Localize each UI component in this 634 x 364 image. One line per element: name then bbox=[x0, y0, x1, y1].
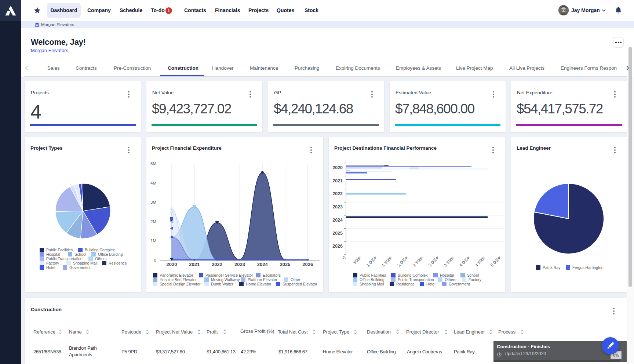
svg-text:2022: 2022 bbox=[212, 262, 222, 267]
svg-text:2M: 2M bbox=[150, 219, 156, 224]
svg-text:4M: 4M bbox=[150, 181, 156, 185]
svg-text:2022: 2022 bbox=[332, 191, 343, 196]
svg-text:1 000k: 1 000k bbox=[365, 255, 378, 267]
svg-text:5M: 5M bbox=[150, 161, 156, 166]
svg-text:2025: 2025 bbox=[332, 231, 343, 236]
svg-text:2 500k: 2 500k bbox=[412, 255, 424, 267]
svg-text:2024: 2024 bbox=[332, 218, 343, 223]
svg-text:2 000k: 2 000k bbox=[397, 255, 409, 267]
svg-text:2021: 2021 bbox=[189, 262, 200, 267]
svg-text:2026: 2026 bbox=[302, 262, 313, 267]
svg-text:2021: 2021 bbox=[332, 178, 343, 183]
svg-text:2026: 2026 bbox=[332, 244, 343, 249]
svg-text:4 000k: 4 000k bbox=[459, 255, 471, 267]
svg-text:1 500k: 1 500k bbox=[381, 255, 393, 267]
svg-text:3 000k: 3 000k bbox=[427, 255, 440, 267]
svg-text:2025: 2025 bbox=[280, 262, 291, 267]
svg-text:2023: 2023 bbox=[234, 262, 245, 267]
svg-text:2023: 2023 bbox=[332, 204, 343, 210]
svg-text:2024: 2024 bbox=[257, 262, 268, 267]
svg-text:2020: 2020 bbox=[167, 262, 177, 267]
svg-text:5 000k: 5 000k bbox=[490, 255, 502, 267]
svg-text:2020: 2020 bbox=[332, 165, 343, 170]
svg-text:500k: 500k bbox=[353, 255, 362, 265]
svg-text:3 500k: 3 500k bbox=[443, 255, 455, 267]
svg-text:0: 0 bbox=[154, 258, 156, 262]
svg-text:0: 0 bbox=[342, 255, 346, 260]
svg-text:4 500k: 4 500k bbox=[474, 255, 486, 267]
svg-text:1M: 1M bbox=[150, 239, 156, 243]
svg-text:3M: 3M bbox=[150, 200, 156, 204]
